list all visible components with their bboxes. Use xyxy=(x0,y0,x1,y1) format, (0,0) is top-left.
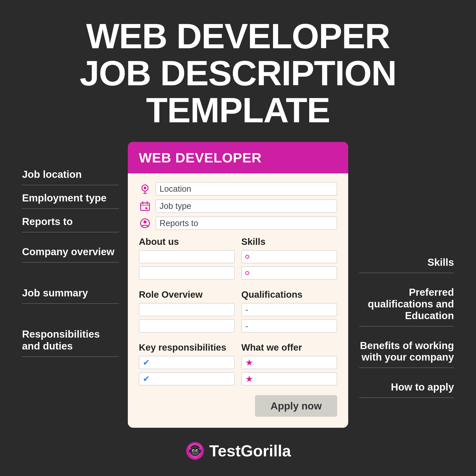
person-icon xyxy=(139,217,151,229)
sidebar-item-reports-to: Reports to xyxy=(22,216,119,233)
sidebar-item-preferred-qualifications: Preferred qualifications and Education xyxy=(359,287,454,327)
sidebar-item-job-summary: Job summary xyxy=(22,287,119,304)
what-we-offer-label: What we offer xyxy=(241,342,337,353)
about-us-col: About us xyxy=(139,237,235,283)
title-section: WEB DEVELOPER JOB DESCRIPTION TEMPLATE xyxy=(0,0,476,142)
sidebar-item-employment-type: Employment type xyxy=(22,192,119,209)
offer-field-2[interactable]: ★ xyxy=(241,372,337,385)
qualifications-col: Qualifications - - xyxy=(241,289,337,336)
about-us-label: About us xyxy=(139,237,235,247)
svg-point-1 xyxy=(144,187,146,189)
apply-now-button[interactable]: Apply now xyxy=(255,395,337,417)
qualifications-label: Qualifications xyxy=(241,289,337,300)
location-row: Location xyxy=(139,182,337,195)
key-responsibilities-label: Key responsibilities xyxy=(139,342,235,353)
about-us-field-1[interactable] xyxy=(139,250,235,263)
skills-col: Skills xyxy=(241,237,337,283)
page-title: WEB DEVELOPER JOB DESCRIPTION TEMPLATE xyxy=(22,18,454,129)
jobtype-row: Job type xyxy=(139,199,337,213)
svg-point-16 xyxy=(193,450,194,451)
footer: TestGorilla xyxy=(0,428,476,461)
title-line3: TEMPLATE xyxy=(146,90,330,130)
job-title: WEB DEVELOPER xyxy=(139,150,262,165)
job-card: WEB DEVELOPER Location xyxy=(128,142,348,428)
about-skills-section: About us Skills xyxy=(139,237,337,283)
testgorilla-logo-icon xyxy=(185,441,205,461)
check-icon-1: ✔ xyxy=(143,358,150,367)
sidebar-item-skills: Skills xyxy=(359,256,454,273)
resp-offer-section: Key responsibilities ✔ ✔ What we offer ★… xyxy=(139,342,337,389)
role-overview-label: Role Overview xyxy=(139,289,235,300)
dash-1: - xyxy=(245,305,248,315)
sidebar-item-company-overview: Company overview xyxy=(22,246,119,263)
left-sidebar: Job location Employment type Reports to … xyxy=(22,142,128,364)
svg-point-17 xyxy=(196,450,198,451)
what-we-offer-col: What we offer ★ ★ xyxy=(241,342,337,389)
sidebar-item-responsibilities: Responsibilities and duties xyxy=(22,328,119,357)
check-icon-2: ✔ xyxy=(143,374,150,384)
qualifications-field-2[interactable]: - xyxy=(241,319,337,333)
title-line1: WEB DEVELOPER xyxy=(86,16,390,56)
location-icon xyxy=(139,183,151,195)
card-body: Location Job type xyxy=(128,173,348,428)
logo-text: TestGorilla xyxy=(209,442,291,460)
star-icon-2: ★ xyxy=(245,374,253,384)
reports-row: Reports to xyxy=(139,217,337,230)
key-resp-field-1[interactable]: ✔ xyxy=(139,356,235,369)
reports-field[interactable]: Reports to xyxy=(155,217,337,230)
svg-point-21 xyxy=(199,449,201,453)
role-qual-section: Role Overview Qualifications - - xyxy=(139,289,337,336)
card-header: WEB DEVELOPER xyxy=(128,142,348,173)
qualifications-field-1[interactable]: - xyxy=(241,303,337,316)
apply-btn-row: Apply now xyxy=(139,395,337,417)
sidebar-item-benefits: Benefits of working with your company xyxy=(359,340,454,368)
sidebar-item-how-to-apply: How to apply xyxy=(359,381,454,398)
skills-label: Skills xyxy=(241,237,337,247)
about-us-field-2[interactable] xyxy=(139,266,235,280)
key-responsibilities-col: Key responsibilities ✔ ✔ xyxy=(139,342,235,389)
main-layout: Job location Employment type Reports to … xyxy=(0,142,476,428)
title-line2: JOB DESCRIPTION xyxy=(80,53,396,93)
svg-point-20 xyxy=(189,449,191,453)
bullet-dot-2 xyxy=(245,271,249,275)
offer-field-1[interactable]: ★ xyxy=(241,356,337,369)
svg-point-10 xyxy=(143,220,147,223)
star-icon-1: ★ xyxy=(245,357,253,368)
bullet-dot-1 xyxy=(245,255,249,259)
svg-point-19 xyxy=(195,452,197,453)
skills-field-2[interactable] xyxy=(241,266,337,280)
key-resp-field-2[interactable]: ✔ xyxy=(139,372,235,385)
skills-field-1[interactable] xyxy=(241,250,337,263)
role-overview-field-2[interactable] xyxy=(139,319,235,333)
sidebar-item-job-location: Job location xyxy=(22,168,119,185)
svg-point-8 xyxy=(145,207,147,209)
svg-point-18 xyxy=(193,452,195,453)
calendar-icon xyxy=(139,200,151,212)
location-field[interactable]: Location xyxy=(155,182,337,195)
dash-2: - xyxy=(245,321,248,331)
svg-rect-4 xyxy=(141,203,149,210)
right-sidebar: Skills Preferred qualifications and Educ… xyxy=(348,142,454,411)
role-overview-col: Role Overview xyxy=(139,289,235,336)
role-overview-field-1[interactable] xyxy=(139,303,235,316)
jobtype-field[interactable]: Job type xyxy=(155,199,337,213)
